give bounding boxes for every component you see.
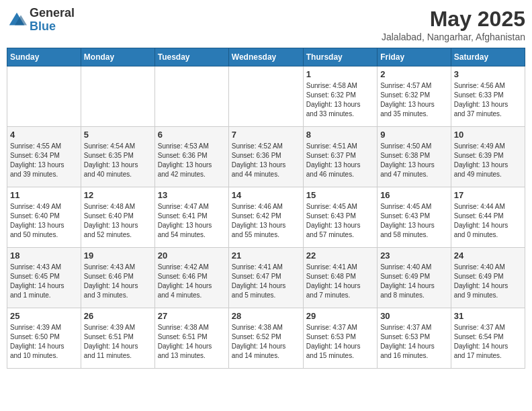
day-number: 3 [454, 69, 522, 79]
calendar-cell: 20Sunrise: 4:42 AM Sunset: 6:46 PM Dayli… [154, 248, 228, 308]
day-info: Sunrise: 4:40 AM Sunset: 6:49 PM Dayligh… [454, 263, 522, 300]
calendar-cell: 28Sunrise: 4:38 AM Sunset: 6:52 PM Dayli… [228, 308, 303, 369]
day-number: 6 [158, 130, 226, 140]
day-header-tuesday: Tuesday [154, 48, 228, 66]
calendar-week-2: 4Sunrise: 4:55 AM Sunset: 6:34 PM Daylig… [7, 127, 525, 187]
calendar-cell: 30Sunrise: 4:37 AM Sunset: 6:53 PM Dayli… [378, 308, 451, 369]
day-number: 16 [380, 190, 448, 200]
day-info: Sunrise: 4:55 AM Sunset: 6:34 PM Dayligh… [10, 142, 78, 179]
calendar-cell: 23Sunrise: 4:40 AM Sunset: 6:49 PM Dayli… [378, 248, 451, 308]
logo: General Blue [7, 7, 75, 34]
calendar-cell: 26Sunrise: 4:39 AM Sunset: 6:51 PM Dayli… [81, 308, 154, 369]
day-number: 7 [232, 130, 300, 140]
calendar-cell: 24Sunrise: 4:40 AM Sunset: 6:49 PM Dayli… [451, 248, 525, 308]
day-info: Sunrise: 4:37 AM Sunset: 6:53 PM Dayligh… [380, 323, 448, 361]
day-number: 8 [306, 130, 374, 140]
day-number: 27 [158, 311, 226, 321]
calendar-cell: 27Sunrise: 4:38 AM Sunset: 6:51 PM Dayli… [154, 308, 228, 369]
day-info: Sunrise: 4:45 AM Sunset: 6:43 PM Dayligh… [306, 202, 374, 240]
day-info: Sunrise: 4:47 AM Sunset: 6:41 PM Dayligh… [158, 202, 226, 240]
day-number: 24 [454, 250, 522, 261]
day-info: Sunrise: 4:41 AM Sunset: 6:48 PM Dayligh… [306, 263, 374, 300]
calendar-cell [228, 66, 303, 127]
day-number: 20 [158, 250, 226, 261]
calendar-cell: 11Sunrise: 4:49 AM Sunset: 6:40 PM Dayli… [7, 187, 81, 248]
day-number: 21 [232, 250, 300, 261]
day-number: 19 [84, 250, 152, 261]
calendar-cell: 5Sunrise: 4:54 AM Sunset: 6:35 PM Daylig… [81, 127, 154, 187]
calendar-cell: 22Sunrise: 4:41 AM Sunset: 6:48 PM Dayli… [303, 248, 377, 308]
logo-general-text: General [30, 6, 75, 19]
day-header-monday: Monday [81, 48, 154, 66]
day-info: Sunrise: 4:58 AM Sunset: 6:32 PM Dayligh… [306, 81, 374, 119]
calendar-cell: 10Sunrise: 4:49 AM Sunset: 6:39 PM Dayli… [451, 127, 525, 187]
day-number: 31 [454, 311, 522, 321]
day-info: Sunrise: 4:50 AM Sunset: 6:38 PM Dayligh… [380, 142, 448, 179]
day-info: Sunrise: 4:52 AM Sunset: 6:36 PM Dayligh… [232, 142, 300, 179]
day-header-thursday: Thursday [303, 48, 377, 66]
calendar-cell: 21Sunrise: 4:41 AM Sunset: 6:47 PM Dayli… [228, 248, 303, 308]
calendar-cell: 1Sunrise: 4:58 AM Sunset: 6:32 PM Daylig… [303, 66, 377, 127]
day-number: 5 [84, 130, 152, 140]
title-section: May 2025 Jalalabad, Nangarhar, Afghanist… [382, 7, 525, 42]
day-number: 23 [380, 250, 448, 261]
day-info: Sunrise: 4:54 AM Sunset: 6:35 PM Dayligh… [84, 142, 152, 179]
calendar-cell: 18Sunrise: 4:43 AM Sunset: 6:45 PM Dayli… [7, 248, 81, 308]
day-info: Sunrise: 4:51 AM Sunset: 6:37 PM Dayligh… [306, 142, 374, 179]
calendar-header-row: SundayMondayTuesdayWednesdayThursdayFrid… [7, 48, 525, 66]
day-number: 17 [454, 190, 522, 200]
calendar-week-3: 11Sunrise: 4:49 AM Sunset: 6:40 PM Dayli… [7, 187, 525, 248]
calendar-cell: 15Sunrise: 4:45 AM Sunset: 6:43 PM Dayli… [303, 187, 377, 248]
day-info: Sunrise: 4:38 AM Sunset: 6:52 PM Dayligh… [232, 323, 300, 361]
day-info: Sunrise: 4:39 AM Sunset: 6:50 PM Dayligh… [10, 323, 78, 361]
calendar-week-1: 1Sunrise: 4:58 AM Sunset: 6:32 PM Daylig… [7, 66, 525, 127]
day-number: 13 [158, 190, 226, 200]
day-header-wednesday: Wednesday [228, 48, 303, 66]
calendar-cell: 17Sunrise: 4:44 AM Sunset: 6:44 PM Dayli… [451, 187, 525, 248]
calendar-table: SundayMondayTuesdayWednesdayThursdayFrid… [7, 48, 525, 369]
day-info: Sunrise: 4:43 AM Sunset: 6:45 PM Dayligh… [10, 263, 78, 300]
calendar-cell [7, 66, 81, 127]
day-header-friday: Friday [378, 48, 451, 66]
day-info: Sunrise: 4:46 AM Sunset: 6:42 PM Dayligh… [232, 202, 300, 240]
day-number: 22 [306, 250, 374, 261]
calendar-cell: 6Sunrise: 4:53 AM Sunset: 6:36 PM Daylig… [154, 127, 228, 187]
day-info: Sunrise: 4:56 AM Sunset: 6:33 PM Dayligh… [454, 81, 522, 119]
logo-icon [7, 10, 27, 30]
day-number: 28 [232, 311, 300, 321]
day-header-sunday: Sunday [7, 48, 81, 66]
calendar-cell: 25Sunrise: 4:39 AM Sunset: 6:50 PM Dayli… [7, 308, 81, 369]
day-number: 29 [306, 311, 374, 321]
calendar-cell: 19Sunrise: 4:43 AM Sunset: 6:46 PM Dayli… [81, 248, 154, 308]
day-info: Sunrise: 4:41 AM Sunset: 6:47 PM Dayligh… [232, 263, 300, 300]
calendar-cell: 7Sunrise: 4:52 AM Sunset: 6:36 PM Daylig… [228, 127, 303, 187]
day-info: Sunrise: 4:42 AM Sunset: 6:46 PM Dayligh… [158, 263, 226, 300]
day-number: 26 [84, 311, 152, 321]
calendar-cell: 12Sunrise: 4:48 AM Sunset: 6:40 PM Dayli… [81, 187, 154, 248]
day-number: 9 [380, 130, 448, 140]
day-number: 11 [10, 190, 78, 200]
day-info: Sunrise: 4:43 AM Sunset: 6:46 PM Dayligh… [84, 263, 152, 300]
calendar-cell: 14Sunrise: 4:46 AM Sunset: 6:42 PM Dayli… [228, 187, 303, 248]
day-number: 10 [454, 130, 522, 140]
day-info: Sunrise: 4:44 AM Sunset: 6:44 PM Dayligh… [454, 202, 522, 240]
day-number: 15 [306, 190, 374, 200]
calendar-cell: 3Sunrise: 4:56 AM Sunset: 6:33 PM Daylig… [451, 66, 525, 127]
day-info: Sunrise: 4:57 AM Sunset: 6:32 PM Dayligh… [380, 81, 448, 119]
day-number: 4 [10, 130, 78, 140]
calendar-week-5: 25Sunrise: 4:39 AM Sunset: 6:50 PM Dayli… [7, 308, 525, 369]
day-number: 14 [232, 190, 300, 200]
month-title: May 2025 [382, 7, 525, 32]
day-info: Sunrise: 4:53 AM Sunset: 6:36 PM Dayligh… [158, 142, 226, 179]
day-info: Sunrise: 4:49 AM Sunset: 6:40 PM Dayligh… [10, 202, 78, 240]
day-info: Sunrise: 4:37 AM Sunset: 6:53 PM Dayligh… [306, 323, 374, 361]
calendar-cell: 13Sunrise: 4:47 AM Sunset: 6:41 PM Dayli… [154, 187, 228, 248]
logo-text: General Blue [30, 7, 75, 34]
location-text: Jalalabad, Nangarhar, Afghanistan [382, 32, 525, 42]
page-header: General Blue May 2025 Jalalabad, Nangarh… [7, 7, 525, 42]
logo-blue-text: Blue [30, 19, 56, 33]
day-number: 2 [380, 69, 448, 79]
day-info: Sunrise: 4:38 AM Sunset: 6:51 PM Dayligh… [158, 323, 226, 361]
calendar-cell: 8Sunrise: 4:51 AM Sunset: 6:37 PM Daylig… [303, 127, 377, 187]
calendar-cell: 16Sunrise: 4:45 AM Sunset: 6:43 PM Dayli… [378, 187, 451, 248]
